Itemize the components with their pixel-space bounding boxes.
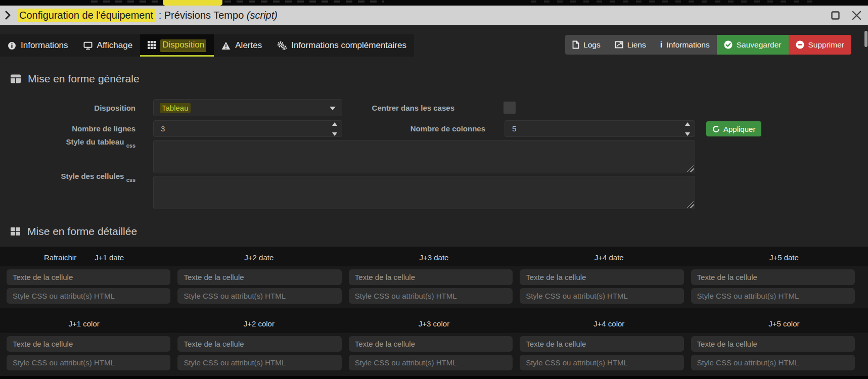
warning-triangle-icon xyxy=(221,41,231,50)
file-icon xyxy=(572,40,579,49)
info-icon: i xyxy=(660,40,663,50)
save-button[interactable]: Sauvegarder xyxy=(717,35,789,55)
cell-text-input[interactable] xyxy=(349,336,513,352)
arrow-up-icon[interactable] xyxy=(685,122,690,126)
command-label: J+4 date xyxy=(595,253,624,262)
cell-text-input[interactable] xyxy=(177,269,341,285)
css-suffix: css xyxy=(126,143,135,149)
columns-count-label: Nombre de colonnes xyxy=(334,124,485,133)
command-label: J+4 color xyxy=(593,319,624,328)
delete-button[interactable]: Supprimer xyxy=(789,35,852,55)
dialog-title: Configuration de l'équipement : Prévisio… xyxy=(18,10,278,21)
tab-alertes[interactable]: Alertes xyxy=(214,34,269,57)
detail-header-row-2: J+1 color J+2 color J+3 color J+4 color … xyxy=(0,308,868,333)
apply-button[interactable]: Appliquer xyxy=(706,121,761,136)
cell-text-row xyxy=(0,336,868,352)
command-label: J+2 color xyxy=(244,319,275,328)
header-cell: J+2 date xyxy=(175,253,343,262)
dialog-titlebar: Configuration de l'équipement : Prévisio… xyxy=(0,6,868,25)
cells-style-label: Style des cellules css xyxy=(0,172,135,182)
dialog-title-highlighted: Configuration de l'équipement xyxy=(18,9,156,22)
columns-count-input[interactable] xyxy=(505,121,695,136)
action-toolbar: Logs Liens i Informations Sauvegarder Su… xyxy=(565,35,851,55)
cell-text-input[interactable] xyxy=(7,336,170,352)
detail-table: Rafraichir J+1 date J+2 date J+3 date J+… xyxy=(0,247,868,376)
cell-text-input[interactable] xyxy=(691,336,855,352)
cells-style-textarea[interactable] xyxy=(153,176,695,209)
liens-button[interactable]: Liens xyxy=(608,35,653,55)
header-cell: J+5 date xyxy=(700,253,868,262)
info-circle-icon xyxy=(8,41,16,50)
command-label: J+5 date xyxy=(769,253,799,262)
dialog-title-type: (script) xyxy=(247,10,278,21)
chevron-right-icon[interactable] xyxy=(5,11,11,20)
maximize-button[interactable] xyxy=(830,10,841,21)
th-large-icon xyxy=(10,226,21,236)
informations-button[interactable]: i Informations xyxy=(653,35,717,55)
tab-disposition[interactable]: Disposition xyxy=(140,34,214,57)
cell-style-input[interactable] xyxy=(349,355,513,370)
background-page-strip xyxy=(0,0,868,6)
logs-button[interactable]: Logs xyxy=(565,35,608,55)
header-cell: J+1 color xyxy=(0,319,168,328)
table-style-textarea[interactable] xyxy=(153,140,695,173)
cell-style-input[interactable] xyxy=(691,288,855,304)
minus-circle-icon xyxy=(796,40,804,49)
cell-style-row xyxy=(0,355,868,370)
general-section-header: Mise en forme générale xyxy=(10,73,140,85)
close-button[interactable] xyxy=(851,10,862,21)
header-cell: J+2 color xyxy=(175,319,343,328)
cell-text-row xyxy=(0,269,868,285)
center-in-cells-checkbox[interactable] xyxy=(504,102,516,114)
header-cell: J+5 color xyxy=(700,319,868,328)
cell-style-input[interactable] xyxy=(7,355,170,370)
background-page-strip xyxy=(0,376,868,379)
cell-style-input[interactable] xyxy=(520,355,683,370)
header-cell: J+4 color xyxy=(525,319,693,328)
cell-text-input[interactable] xyxy=(520,336,683,352)
tab-affichage[interactable]: Affichage xyxy=(76,34,141,57)
cell-text-input[interactable] xyxy=(520,269,683,285)
cell-style-input[interactable] xyxy=(691,355,855,370)
header-cell: Rafraichir J+1 date xyxy=(0,253,168,262)
tab-bar: Informations Affichage Disposition Alert… xyxy=(0,34,414,57)
cell-text-input[interactable] xyxy=(7,269,170,285)
arrow-down-icon[interactable] xyxy=(332,132,337,136)
cell-style-input[interactable] xyxy=(349,288,513,304)
table-style-field xyxy=(153,140,695,173)
tab-informations[interactable]: Informations xyxy=(0,34,76,57)
table-style-label: Style du tableau css xyxy=(0,137,135,148)
cell-text-input[interactable] xyxy=(691,269,855,285)
cell-style-input[interactable] xyxy=(520,288,683,304)
header-cell: J+4 date xyxy=(525,253,693,262)
dialog-title-rest: : Prévisions Tempo xyxy=(156,10,247,21)
command-label: J+3 color xyxy=(419,319,449,328)
center-in-cells-label: Centrer dans les cases xyxy=(313,104,454,112)
detail-header-row-1: Rafraichir J+1 date J+2 date J+3 date J+… xyxy=(0,247,868,266)
disposition-label: Disposition xyxy=(0,104,135,112)
cell-text-input[interactable] xyxy=(177,336,341,352)
stepper-arrows[interactable] xyxy=(684,122,691,136)
command-label: J+2 date xyxy=(244,253,273,262)
cell-style-input[interactable] xyxy=(7,288,170,304)
columns-count-stepper xyxy=(505,120,695,137)
header-cell: J+3 date xyxy=(350,253,518,262)
command-label: J+3 date xyxy=(420,253,449,262)
css-suffix: css xyxy=(126,177,135,183)
gears-icon xyxy=(277,41,287,50)
rows-count-label: Nombre de lignes xyxy=(0,124,135,133)
scrollbar-thumb[interactable] xyxy=(864,31,867,47)
cell-style-input[interactable] xyxy=(177,288,341,304)
rows-count-input[interactable] xyxy=(154,121,342,136)
header-cell: J+3 color xyxy=(350,319,518,328)
cell-text-input[interactable] xyxy=(349,269,513,285)
command-label: Rafraichir xyxy=(44,253,76,262)
cell-style-row xyxy=(0,288,868,304)
rows-count-stepper xyxy=(153,120,342,137)
refresh-icon xyxy=(712,125,720,133)
check-circle-icon xyxy=(724,40,733,49)
cell-style-input[interactable] xyxy=(177,355,341,370)
cells-style-field xyxy=(153,176,695,209)
arrow-down-icon[interactable] xyxy=(685,132,690,136)
tab-informations-complementaires[interactable]: Informations complémentaires xyxy=(269,34,414,57)
